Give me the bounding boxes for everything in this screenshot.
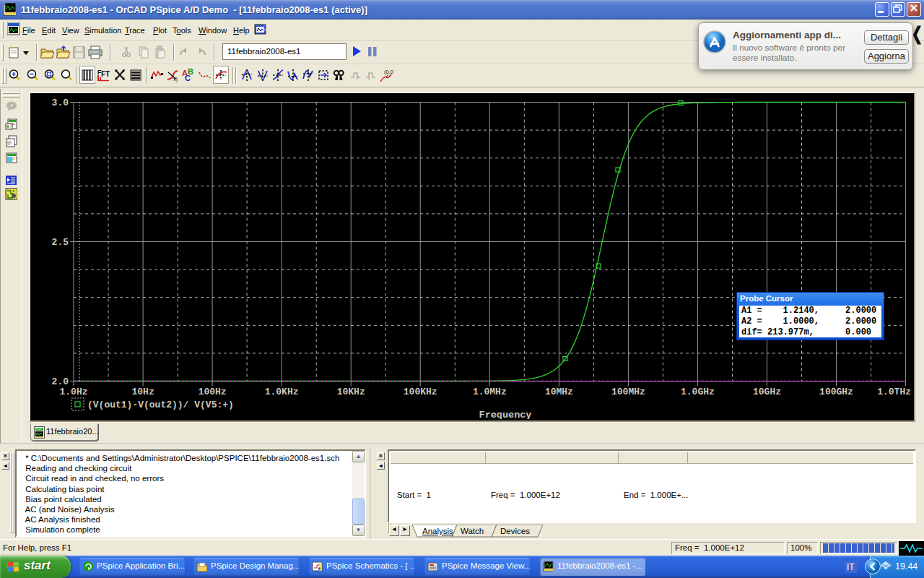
svg-text:3.0: 3.0 (52, 98, 69, 108)
svg-text:Devices: Devices (500, 527, 530, 535)
svg-text:1.0KHz: 1.0KHz (265, 387, 299, 397)
svg-text:(0,0): (0,0) (384, 69, 393, 75)
svg-text:10KHz: 10KHz (337, 387, 365, 397)
svg-text:1.0GHz: 1.0GHz (681, 387, 715, 397)
svg-text:1.0MHz: 1.0MHz (473, 387, 507, 397)
svg-text:Analysis: Analysis (422, 527, 453, 535)
svg-text:C: C (185, 74, 191, 82)
svg-text:Watch: Watch (461, 527, 484, 535)
svg-text:100Hz: 100Hz (199, 387, 227, 397)
svg-text:x): x) (173, 77, 178, 82)
svg-text:T: T (105, 70, 110, 78)
svg-text:1.0THz: 1.0THz (877, 387, 911, 397)
svg-text:10Hz: 10Hz (131, 387, 154, 397)
svg-text:10MHz: 10MHz (545, 387, 573, 397)
svg-text:100GHz: 100GHz (819, 387, 853, 397)
svg-text:2.5: 2.5 (52, 237, 69, 248)
svg-text:1.0Hz: 1.0Hz (59, 387, 87, 397)
svg-text:(V(out1)-V(out2))/ V(V5:+): (V(out1)-V(out2))/ V(V5:+) (87, 400, 234, 410)
svg-text:100KHz: 100KHz (404, 387, 437, 397)
svg-text:10GHz: 10GHz (753, 387, 781, 397)
svg-text:Frequency: Frequency (479, 410, 532, 419)
svg-text:2.0: 2.0 (52, 376, 69, 387)
svg-text:100MHz: 100MHz (611, 387, 645, 397)
